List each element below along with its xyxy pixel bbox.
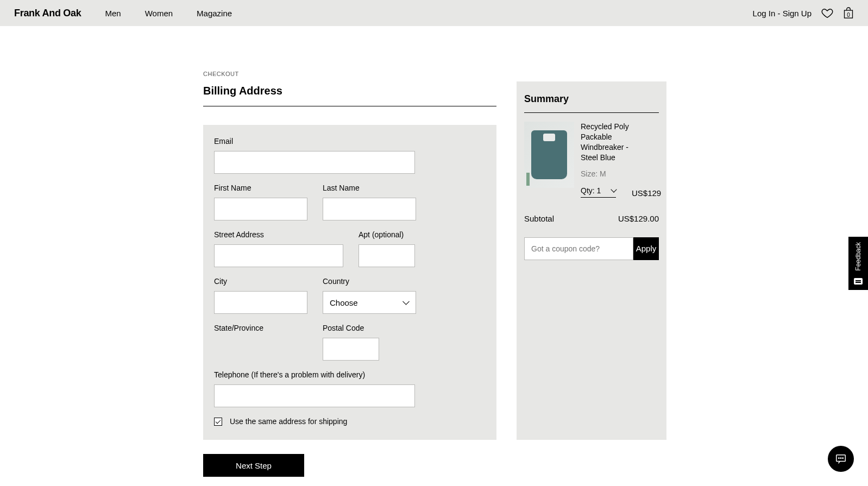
- product-name: Recycled Poly Packable Windbreaker - Ste…: [574, 122, 632, 163]
- header: Frank And Oak Men Women Magazine Log In …: [0, 0, 868, 26]
- page-title: Billing Address: [203, 85, 496, 106]
- cart-item: Recycled Poly Packable Windbreaker - Ste…: [524, 122, 659, 198]
- main-nav: Men Women Magazine: [105, 9, 232, 18]
- page-label: CHECKOUT: [203, 71, 496, 77]
- shopping-bag-icon[interactable]: 0: [843, 7, 854, 19]
- order-summary: Summary Recycled Poly Packable Windbreak…: [517, 81, 666, 440]
- last-name-label: Last Name: [323, 184, 416, 192]
- email-label: Email: [214, 137, 415, 146]
- nav-men[interactable]: Men: [105, 9, 121, 18]
- svg-point-4: [842, 458, 843, 458]
- logo[interactable]: Frank And Oak: [14, 8, 81, 19]
- wishlist-icon[interactable]: [821, 7, 833, 19]
- feedback-tab[interactable]: Feedback: [848, 237, 868, 290]
- apply-coupon-button[interactable]: Apply: [633, 237, 659, 260]
- nav-women[interactable]: Women: [145, 9, 173, 18]
- login-signup-link[interactable]: Log In - Sign Up: [753, 9, 812, 18]
- street-label: Street Address: [214, 230, 343, 239]
- qty-label: Qty: 1: [581, 186, 601, 195]
- chat-button[interactable]: [828, 446, 854, 472]
- subtotal-label: Subtotal: [524, 214, 554, 223]
- checkout-container: CHECKOUT Billing Address Email First Nam…: [203, 26, 665, 477]
- feedback-icon: [854, 278, 863, 285]
- same-address-label: Use the same address for shipping: [230, 417, 347, 426]
- first-name-input[interactable]: [214, 198, 307, 220]
- same-address-checkbox[interactable]: [214, 418, 222, 426]
- last-name-input[interactable]: [323, 198, 416, 220]
- coupon-input[interactable]: [524, 237, 633, 260]
- svg-point-2: [839, 458, 839, 458]
- city-label: City: [214, 277, 307, 286]
- city-input[interactable]: [214, 291, 307, 314]
- billing-form: Email First Name Last Name Street Addres…: [203, 125, 496, 440]
- street-input[interactable]: [214, 244, 343, 267]
- next-step-button[interactable]: Next Step: [203, 454, 304, 477]
- telephone-input[interactable]: [214, 384, 415, 407]
- state-label: State/Province: [214, 324, 307, 332]
- postal-input[interactable]: [323, 338, 379, 361]
- header-right: Log In - Sign Up 0: [753, 7, 854, 19]
- subtotal-row: Subtotal US$129.00: [524, 214, 659, 223]
- postal-label: Postal Code: [323, 324, 379, 332]
- apt-input[interactable]: [358, 244, 415, 267]
- email-input[interactable]: [214, 151, 415, 174]
- apt-label: Apt (optional): [358, 230, 415, 239]
- feedback-label: Feedback: [854, 242, 862, 271]
- bag-count: 0: [843, 12, 854, 18]
- qty-selector[interactable]: Qty: 1: [581, 186, 616, 198]
- chat-icon: [835, 453, 847, 465]
- product-size: Size: M: [574, 169, 632, 178]
- subtotal-value: US$129.00: [618, 214, 659, 223]
- form-column: CHECKOUT Billing Address Email First Nam…: [203, 71, 496, 477]
- country-label: Country: [323, 277, 416, 286]
- coupon-row: Apply: [524, 237, 659, 260]
- product-thumbnail[interactable]: [524, 122, 574, 188]
- country-select[interactable]: [323, 291, 416, 314]
- product-price: US$129: [632, 188, 659, 198]
- first-name-label: First Name: [214, 184, 307, 192]
- nav-magazine[interactable]: Magazine: [197, 9, 232, 18]
- svg-point-3: [840, 458, 841, 458]
- summary-title: Summary: [524, 93, 659, 113]
- telephone-label: Telephone (If there's a problem with del…: [214, 370, 415, 379]
- chevron-down-icon: [611, 186, 617, 192]
- header-left: Frank And Oak Men Women Magazine: [14, 8, 232, 19]
